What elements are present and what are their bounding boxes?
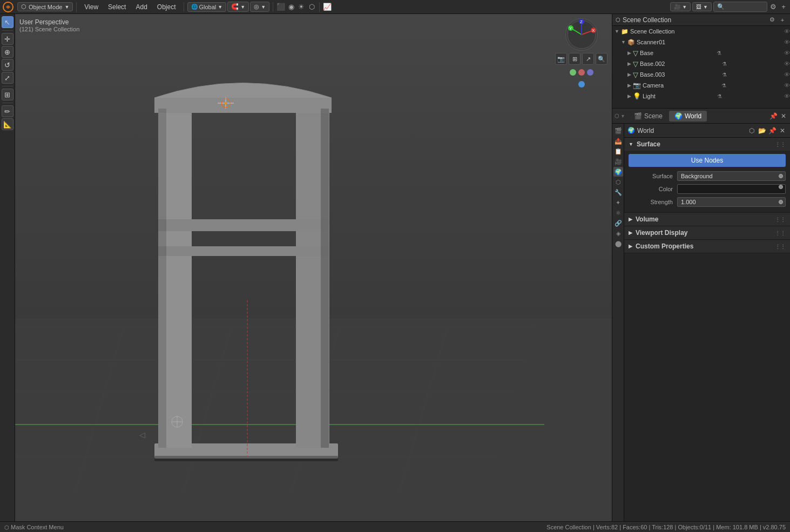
scene-props-btn[interactable]: 🎥 ▼ bbox=[670, 2, 691, 11]
render-props-icon[interactable]: 🎬 bbox=[613, 126, 623, 136]
output-props-icon[interactable]: 📤 bbox=[613, 136, 623, 146]
viewport-rendered-icon[interactable]: ☀ bbox=[297, 3, 306, 11]
rotate-tool[interactable]: ↺ bbox=[2, 59, 13, 71]
menu-view[interactable]: View bbox=[80, 2, 103, 12]
light-obj-icon: 💡 bbox=[633, 92, 641, 100]
world-props-icon[interactable]: 🌍 bbox=[613, 167, 623, 177]
surface-section: ▼ Surface ⋮⋮ Use Nodes Surface bbox=[624, 138, 790, 213]
viewport-3d[interactable]: ◁ User Perspective (121) Scene Collectio… bbox=[15, 14, 612, 521]
scene-props-icon[interactable]: 🎥 bbox=[613, 157, 623, 166]
base-eye-icon[interactable]: 👁 bbox=[784, 50, 790, 56]
view-layer-icon[interactable]: 📋 bbox=[613, 146, 623, 156]
base002-eye-icon[interactable]: 👁 bbox=[784, 60, 790, 67]
cursor-tool[interactable]: ✛ bbox=[2, 33, 13, 45]
viewport-display-options-icon[interactable]: ⋮⋮ bbox=[775, 230, 786, 236]
menu-add[interactable]: Add bbox=[131, 2, 151, 12]
color-swatch[interactable] bbox=[677, 184, 786, 194]
outliner-camera[interactable]: ▶ 📷 Camera ⚗ 👁 bbox=[612, 80, 790, 91]
camera-filter-icon[interactable]: ⚗ bbox=[721, 83, 726, 89]
scale-tool[interactable]: ⤢ bbox=[2, 72, 13, 84]
surface-section-content: Use Nodes Surface Background bbox=[624, 151, 790, 212]
use-nodes-button[interactable]: Use Nodes bbox=[629, 154, 786, 167]
base002-filter-icon[interactable]: ⚗ bbox=[722, 61, 727, 67]
base003-expand-icon: ▶ bbox=[627, 72, 631, 77]
outliner-base002[interactable]: ▶ ▽ Base.002 ⚗ 👁 bbox=[612, 58, 790, 69]
tab-right-icons: 📌 ✕ bbox=[769, 112, 788, 120]
camera-expand-icon: ▶ bbox=[627, 83, 631, 88]
outliner-scene-collection[interactable]: ▼ 📁 Scene Collection 👁 bbox=[612, 26, 790, 37]
navigation-gizmo[interactable]: X Y Z bbox=[565, 18, 598, 51]
object-props-icon[interactable]: ⬡ bbox=[613, 177, 623, 187]
light-eye-icon[interactable]: 👁 bbox=[784, 93, 790, 99]
tab-world[interactable]: 🌍 World bbox=[669, 111, 707, 122]
world-close-icon[interactable]: ✕ bbox=[778, 126, 787, 135]
volume-options-icon[interactable]: ⋮⋮ bbox=[775, 217, 786, 223]
pin-icon[interactable]: 📌 bbox=[769, 112, 778, 120]
snap-settings[interactable]: 🧲 ▼ bbox=[227, 2, 249, 12]
svg-text:X: X bbox=[592, 28, 595, 33]
annotate-tool[interactable]: ✏ bbox=[2, 105, 13, 117]
blender-logo[interactable] bbox=[2, 1, 14, 13]
move-tool[interactable]: ⊕ bbox=[2, 46, 13, 58]
base003-eye-icon[interactable]: 👁 bbox=[784, 71, 790, 78]
filter-icon[interactable]: ⚙ bbox=[769, 3, 778, 11]
custom-properties-header[interactable]: ▶ Custom Properties ⋮⋮ bbox=[624, 240, 790, 253]
nav-perspective-btn[interactable]: ⊞ bbox=[569, 53, 580, 65]
viewport-display-header[interactable]: ▶ Viewport Display ⋮⋮ bbox=[624, 226, 790, 239]
collection-eye-icon[interactable]: 👁 bbox=[784, 28, 790, 35]
strength-prop-value[interactable]: 1.000 bbox=[677, 197, 786, 207]
world-panel-header: 🌍 World ⬡ 📂 📌 ✕ bbox=[624, 124, 790, 138]
camera-eye-icon[interactable]: 👁 bbox=[784, 82, 790, 89]
outliner-base[interactable]: ▶ ▽ Base ⚗ 👁 bbox=[612, 48, 790, 58]
world-pin-icon[interactable]: 📌 bbox=[768, 126, 777, 135]
transform-tool[interactable]: ⊞ bbox=[2, 89, 13, 100]
modifier-props-icon[interactable]: 🔧 bbox=[613, 187, 623, 197]
proportional-edit[interactable]: ◎ ▼ bbox=[250, 2, 269, 12]
measure-tool[interactable]: 📐 bbox=[2, 118, 13, 130]
outliner-add-icon[interactable]: + bbox=[778, 16, 787, 24]
search-btn[interactable]: 🔍 bbox=[713, 2, 767, 12]
surface-section-header[interactable]: ▼ Surface ⋮⋮ bbox=[624, 138, 790, 151]
constraints-props-icon[interactable]: 🔗 bbox=[613, 218, 623, 228]
base002-mesh-icon: ▽ bbox=[633, 60, 638, 68]
close-panel-icon[interactable]: ✕ bbox=[779, 112, 788, 120]
select-tool[interactable]: ↖ bbox=[2, 16, 13, 28]
nav-orbit-btn[interactable]: ↗ bbox=[582, 53, 594, 65]
outliner-filter-icon[interactable]: ⚙ bbox=[768, 16, 777, 24]
viewport-solid-icon[interactable]: ⬛ bbox=[276, 3, 285, 11]
menu-select[interactable]: Select bbox=[104, 2, 130, 12]
outliner-scanner01[interactable]: ▼ 📦 Scanner01 👁 bbox=[612, 37, 790, 48]
world-browse-icon[interactable]: 📂 bbox=[758, 126, 766, 135]
graph-icon[interactable]: 📈 bbox=[323, 3, 332, 11]
physics-props-icon[interactable]: ⚛ bbox=[613, 208, 623, 218]
nav-zoom-btn[interactable]: 🔍 bbox=[596, 53, 607, 65]
nav-camera-btn[interactable]: 📷 bbox=[555, 53, 567, 65]
transform-orientation[interactable]: 🌐 Global ▼ bbox=[187, 2, 227, 12]
world-new-icon[interactable]: ⬡ bbox=[747, 126, 756, 135]
custom-props-options-icon[interactable]: ⋮⋮ bbox=[775, 244, 786, 250]
volume-section-header[interactable]: ▶ Volume ⋮⋮ bbox=[624, 213, 790, 226]
outliner-light[interactable]: ▶ 💡 Light ⚗ 👁 bbox=[612, 91, 790, 102]
left-toolbar: ↖ ✛ ⊕ ↺ ⤢ ⊞ ✏ 📐 bbox=[0, 14, 15, 521]
editor-type-selector[interactable]: ⬡ Object Mode ▼ bbox=[17, 2, 73, 11]
viewport-wireframe-icon[interactable]: ⬡ bbox=[307, 3, 316, 11]
base-filter-icon[interactable]: ⚗ bbox=[717, 50, 721, 56]
base003-mesh-icon: ▽ bbox=[633, 71, 638, 79]
viewport-material-icon[interactable]: ◉ bbox=[287, 3, 295, 11]
surface-prop-value[interactable]: Background bbox=[677, 171, 786, 181]
outliner-base003[interactable]: ▶ ▽ Base.003 ⚗ 👁 bbox=[612, 69, 790, 80]
add-driver-icon[interactable]: + bbox=[779, 3, 788, 11]
render-props-btn[interactable]: 🖼 ▼ bbox=[692, 2, 712, 11]
material-props-icon[interactable]: ⬤ bbox=[613, 239, 623, 248]
tool-separator bbox=[2, 30, 13, 31]
volume-expand-icon: ▶ bbox=[629, 217, 632, 222]
light-filter-icon[interactable]: ⚗ bbox=[717, 93, 722, 99]
shading-dots bbox=[570, 69, 593, 76]
particles-props-icon[interactable]: ✦ bbox=[613, 198, 623, 207]
base003-filter-icon[interactable]: ⚗ bbox=[722, 72, 727, 78]
menu-object[interactable]: Object bbox=[153, 2, 180, 12]
data-props-icon[interactable]: ◈ bbox=[613, 228, 623, 238]
tab-scene[interactable]: 🎬 Scene bbox=[629, 111, 668, 122]
scanner-eye-icon[interactable]: 👁 bbox=[784, 39, 790, 45]
surface-options-icon[interactable]: ⋮⋮ bbox=[775, 142, 786, 147]
